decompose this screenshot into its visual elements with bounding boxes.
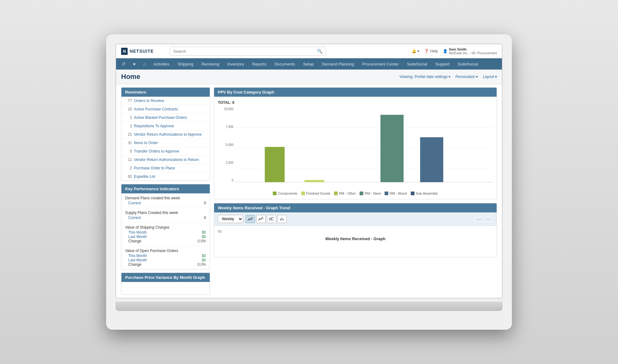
kpi-open-po-this-month-link[interactable]: This Month xyxy=(125,254,147,258)
kpi-demand-plans: Demand Plans created this week Current 0 xyxy=(121,193,210,208)
reminder-vendor-return-auth-return[interactable]: Vendor Return Authorizations to Return xyxy=(134,158,199,162)
nav-receiving[interactable]: Receiving xyxy=(198,59,223,70)
bar-components[interactable] xyxy=(265,147,285,182)
legend-color-finished-goods xyxy=(301,192,305,195)
kpi-open-po-last-month-link[interactable]: Last Month xyxy=(125,258,147,262)
kpi-shipping-last-month-row: Last Month $0 xyxy=(125,235,206,239)
nav-documents[interactable]: Documents xyxy=(271,59,299,70)
reminder-item: 31 Items to Order xyxy=(121,139,210,147)
y-label-5000: 5,000 xyxy=(218,143,233,147)
search-input[interactable] xyxy=(173,49,315,54)
reminders-body: 77 Orders to Receive 10 Active Purchase … xyxy=(121,97,210,181)
logo-area: N NETSUITE xyxy=(121,48,165,55)
nav-suitesocial-1[interactable]: SuiteSocial xyxy=(403,59,431,70)
weekly-y-start-label: 50 xyxy=(218,230,493,233)
legend-color-rm-other xyxy=(334,192,338,195)
laptop-frame: N NETSUITE 🔍 🔔 ▾ ❓ Help 👤 Sam Smith NetS… xyxy=(106,34,512,330)
bar-rm-steel[interactable] xyxy=(380,115,404,182)
layout-link[interactable]: Layout ▾ xyxy=(483,75,497,79)
kpi-shipping-change-value: 0.0% xyxy=(198,239,206,243)
reminder-count: 77 xyxy=(125,99,132,103)
user-info: Sam Smith NetSuite Inc. - 05: Procuremen… xyxy=(449,47,497,55)
reminder-count: 92 xyxy=(125,174,132,179)
nav-history-icon[interactable]: ↺ xyxy=(119,58,129,70)
bar-rm-wood[interactable] xyxy=(420,137,443,182)
weekly-nav-prev-icon[interactable]: ◀◀ xyxy=(474,215,483,223)
nav-setup[interactable]: Setup xyxy=(299,59,317,70)
reminder-item: 2 Purchase Order to Place xyxy=(121,164,210,172)
legend-rm-wood: RM - Wood xyxy=(385,192,407,195)
reminder-purchase-order-to-place[interactable]: Purchase Order to Place xyxy=(134,166,175,170)
top-right-area: 🔔 ▾ ❓ Help 👤 Sam Smith NetSuite Inc. - 0… xyxy=(412,47,497,55)
page-header: Home Viewing: Portlet date settings ▾ Pe… xyxy=(116,70,502,84)
kpi-open-po-last-month-row: Last Month $0 xyxy=(125,258,206,262)
reminder-transfer-orders-to-approve[interactable]: Transfer Orders to Approve xyxy=(134,149,179,153)
notifications-icon[interactable]: 🔔 ▾ xyxy=(412,49,419,53)
reminder-expedite-list[interactable]: Expedite List xyxy=(134,174,155,179)
area-chart-icon xyxy=(248,217,253,221)
nav-inventory[interactable]: Inventory xyxy=(223,59,248,70)
reminder-item: 2 Active Blanket Purchase Orders xyxy=(121,114,210,122)
legend-label-sub-assembly: Sub-Assembly xyxy=(416,192,438,195)
reminder-count: 2 xyxy=(125,115,132,120)
chart-type-bar-btn[interactable] xyxy=(277,215,287,223)
reminder-active-blanket-purchase-orders[interactable]: Active Blanket Purchase Orders xyxy=(134,115,187,120)
nav-demand-planning[interactable]: Demand Planning xyxy=(318,59,358,70)
kpi-header: Key Performance Indicators xyxy=(121,184,210,193)
line-chart-icon xyxy=(258,217,263,221)
purchase-ppv-portlet: Purchase Price Variance By Month Graph xyxy=(121,273,210,295)
user-menu[interactable]: 👤 Sam Smith NetSuite Inc. - 05: Procurem… xyxy=(443,47,497,55)
legend-rm-other: RM - Other xyxy=(334,192,356,195)
help-icon[interactable]: ❓ Help xyxy=(424,49,438,53)
kpi-shipping-this-month-value: $0 xyxy=(202,230,206,235)
nav-reports[interactable]: Reports xyxy=(248,59,270,70)
personalize-link[interactable]: Personalize ▾ xyxy=(455,75,478,79)
weekly-chart-body: 50 Weekly Items Received - Graph xyxy=(214,226,497,257)
bar-line-chart-icon xyxy=(269,217,274,221)
nav-suitesocial-2[interactable]: SuiteSocial xyxy=(454,59,482,70)
logo-icon: N xyxy=(121,48,128,55)
weekly-trend-portlet: Weekly Items Received - Graph Trend Week… xyxy=(214,203,497,257)
legend-label-components: Components xyxy=(278,192,297,195)
user-name: Sam Smith xyxy=(449,47,497,51)
kpi-shipping-this-month-link[interactable]: This Month xyxy=(125,230,147,235)
chart-type-line-btn[interactable] xyxy=(256,215,266,223)
reminder-requisitions-to-approve[interactable]: Requisitions To Approve xyxy=(134,124,174,128)
laptop-base xyxy=(115,302,503,311)
reminder-items-to-order[interactable]: Items to Order xyxy=(134,141,158,145)
kpi-supply-current-link[interactable]: Current xyxy=(125,216,141,220)
purchase-ppv-header: Purchase Price Variance By Month Graph xyxy=(121,273,210,282)
ppv-chart-total: TOTAL: 6 xyxy=(218,100,493,105)
kpi-demand-current-link[interactable]: Current xyxy=(125,201,141,205)
weekly-period-select[interactable]: Weekly Monthly Yearly xyxy=(218,215,243,223)
svg-rect-10 xyxy=(280,219,281,221)
search-icon: 🔍 xyxy=(317,49,322,54)
user-avatar-icon: 👤 xyxy=(443,49,448,53)
y-label-2500: 2,500 xyxy=(218,161,233,164)
reminder-vendor-return-auth-approve[interactable]: Vendor Return Authorizations to Approve xyxy=(134,132,202,137)
reminder-active-purchase-contracts[interactable]: Active Purchase Contracts xyxy=(134,107,178,111)
kpi-supply-plans-label: Supply Plans Created this week xyxy=(125,211,206,215)
nav-star-icon[interactable]: ★ xyxy=(129,58,140,70)
weekly-nav-next-icon[interactable]: ▶▶ xyxy=(484,215,493,223)
ppv-chart-portlet: PPV By Cost Category Graph TOTAL: 6 10,0… xyxy=(214,87,497,199)
chart-type-area-btn[interactable] xyxy=(246,215,255,223)
kpi-shipping-change-row: Change 0.0% xyxy=(125,239,206,243)
legend-rm-steel: RM - Steel xyxy=(360,192,381,195)
reminder-item: 5 Transfer Orders to Approve xyxy=(121,147,210,156)
kpi-shipping-last-month-link[interactable]: Last Month xyxy=(125,235,147,239)
nav-support[interactable]: Support xyxy=(432,59,454,70)
reminders-portlet: Reminders 77 Orders to Receive 10 Active… xyxy=(121,87,210,181)
viewing-settings-link[interactable]: Viewing: Portlet date settings ▾ xyxy=(400,75,451,79)
bar-finished-goods[interactable] xyxy=(304,180,324,182)
kpi-open-po: Value of Open Purchase Orders This Month… xyxy=(121,246,210,269)
chart-type-bar-line-btn[interactable] xyxy=(267,215,276,223)
ppv-chart-header: PPV By Cost Category Graph xyxy=(214,88,497,97)
nav-activities[interactable]: Activities xyxy=(150,59,173,70)
nav-home-icon[interactable]: ⌂ xyxy=(140,58,149,70)
ppv-chart-legend: Components Finished Goods RM - Other xyxy=(218,192,493,195)
reminder-count: 10 xyxy=(125,107,132,111)
reminder-orders-to-receive[interactable]: Orders to Receive xyxy=(134,99,164,103)
nav-shipping[interactable]: Shipping xyxy=(174,59,197,70)
nav-procurement-center[interactable]: Procurement Center xyxy=(359,59,403,70)
